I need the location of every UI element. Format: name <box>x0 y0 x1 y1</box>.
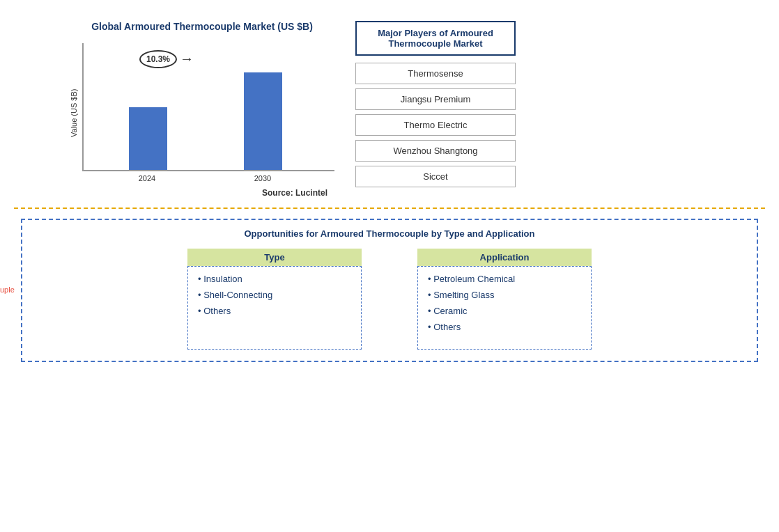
application-header: Application <box>417 249 592 266</box>
opp-col-application: Application Petroleum Chemical Smelting … <box>417 249 592 350</box>
cagr-bubble: 10.3% <box>139 50 177 68</box>
opp-col-type: Type Insulation Shell-Connecting Others <box>187 249 362 350</box>
page-wrapper: uple Global Armoured Thermocouple Market… <box>0 0 779 532</box>
type-item-0: Insulation <box>198 274 351 284</box>
side-label: uple <box>0 285 15 294</box>
application-item-3: Others <box>428 322 581 332</box>
chart-area: Global Armoured Thermocouple Market (US … <box>70 21 334 198</box>
bar-group-2024 <box>129 107 167 170</box>
opp-columns: Type Insulation Shell-Connecting Others … <box>36 249 743 350</box>
cagr-annotation: 10.3% → <box>139 50 194 68</box>
application-body: Petroleum Chemical Smelting Glass Cerami… <box>417 266 592 350</box>
chart-container: Value (US $B) 10.3% → <box>70 43 334 182</box>
cagr-arrow-icon: → <box>180 51 194 67</box>
bar-2024 <box>129 107 167 170</box>
player-item-siccet: Siccet <box>355 166 516 187</box>
type-header: Type <box>187 249 362 266</box>
application-item-2: Ceramic <box>428 306 581 316</box>
player-item-thermosense: Thermosense <box>355 63 516 84</box>
type-item-2: Others <box>198 306 351 316</box>
y-axis-label: Value (US $B) <box>70 43 78 182</box>
type-body: Insulation Shell-Connecting Others <box>187 266 362 350</box>
dashed-separator <box>14 208 765 209</box>
player-item-thermo-electric: Thermo Electric <box>355 114 516 136</box>
opportunities-title: Opportunities for Armoured Thermocouple … <box>36 228 743 239</box>
source-label: Source: Lucintel <box>70 188 334 198</box>
application-item-1: Smelting Glass <box>428 290 581 300</box>
opportunities-section: Opportunities for Armoured Thermocouple … <box>21 219 758 362</box>
type-item-1: Shell-Connecting <box>198 290 351 300</box>
player-item-wenzhou: Wenzhou Shangtong <box>355 140 516 162</box>
bar-2030 <box>244 72 282 170</box>
chart-inner: 10.3% → 202 <box>82 43 334 182</box>
player-item-jiangsu: Jiangsu Premium <box>355 88 516 110</box>
x-label-2024: 2024 <box>128 174 167 182</box>
top-section: Global Armoured Thermocouple Market (US … <box>70 21 765 198</box>
major-players-title: Major Players of Armoured Thermocouple M… <box>355 21 516 56</box>
x-labels: 2024 2030 <box>82 171 334 182</box>
major-players: Major Players of Armoured Thermocouple M… <box>355 21 516 198</box>
chart-title: Global Armoured Thermocouple Market (US … <box>70 21 334 32</box>
bars-area: 10.3% → <box>82 43 334 171</box>
application-item-0: Petroleum Chemical <box>428 274 581 284</box>
bar-group-2030 <box>244 72 282 170</box>
x-label-2030: 2030 <box>244 174 282 182</box>
